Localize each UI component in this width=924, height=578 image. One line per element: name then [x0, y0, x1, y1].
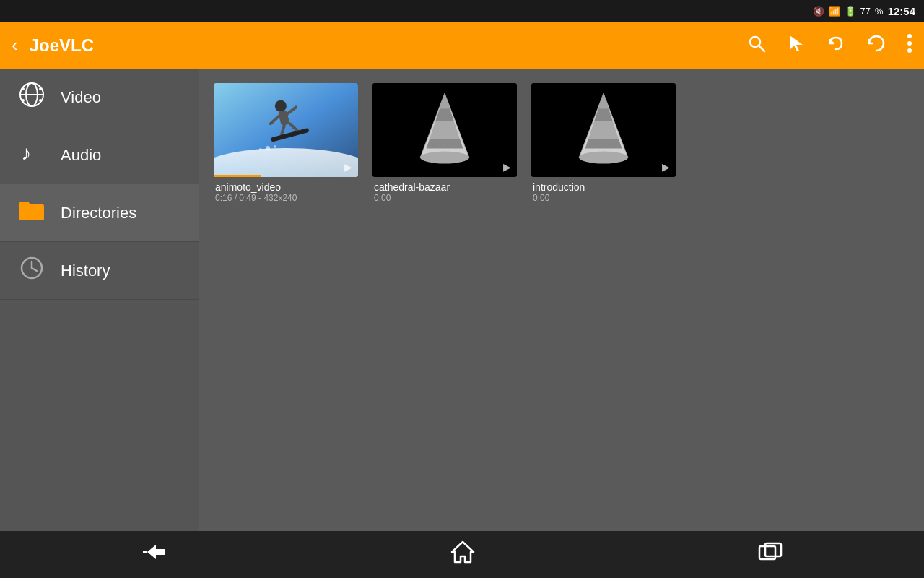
thumbnail-animoto[interactable]: ▶ — [214, 83, 358, 177]
media-meta-introduction: 0:00 — [533, 193, 674, 203]
svg-rect-42 — [759, 546, 775, 559]
nav-back-button[interactable] — [113, 535, 196, 574]
svg-line-1 — [759, 46, 765, 51]
svg-point-11 — [39, 87, 42, 90]
svg-point-9 — [22, 87, 25, 90]
sidebar-label-history: History — [61, 262, 110, 280]
top-bar-actions — [746, 33, 912, 58]
audio-icon: ♪ — [17, 140, 46, 171]
svg-line-16 — [32, 268, 37, 271]
svg-point-18 — [214, 148, 358, 177]
media-meta-cathedral: 0:00 — [374, 193, 515, 203]
svg-point-12 — [39, 99, 42, 102]
search-icon[interactable] — [746, 33, 767, 58]
battery-icon: 🔋 — [845, 6, 856, 17]
sidebar-item-directories[interactable]: Directories — [0, 184, 199, 242]
mute-icon: 🔇 — [813, 6, 824, 17]
clock: 12:54 — [888, 5, 915, 17]
status-icons: 🔇 📶 🔋 77% 12:54 — [813, 5, 915, 17]
content-area: ▶ animoto_video 0:16 / 0:49 - 432x240 — [199, 69, 924, 531]
app-title: JoeVLC — [30, 35, 738, 56]
svg-point-34 — [420, 152, 469, 164]
clock-icon — [17, 256, 46, 286]
play-indicator-animoto: ▶ — [344, 161, 352, 173]
svg-marker-38 — [585, 139, 622, 149]
sidebar: Video ♪ Audio Directories — [0, 69, 199, 531]
sidebar-item-audio[interactable]: ♪ Audio — [0, 126, 199, 184]
folder-icon — [17, 199, 46, 228]
media-title-cathedral: cathedral-bazaar — [374, 181, 515, 193]
sidebar-label-video: Video — [61, 88, 101, 107]
nav-home-button[interactable] — [422, 533, 504, 576]
svg-point-4 — [907, 41, 912, 46]
svg-marker-32 — [427, 139, 463, 149]
undo-icon[interactable] — [826, 33, 846, 58]
sidebar-label-directories: Directories — [61, 204, 136, 223]
svg-point-10 — [22, 99, 25, 102]
play-indicator-cathedral: ▶ — [503, 161, 511, 173]
media-title-animoto: animoto_video — [215, 181, 357, 193]
thumbnail-introduction[interactable]: ▶ — [531, 83, 676, 177]
media-info-animoto: animoto_video 0:16 / 0:49 - 432x240 — [214, 177, 358, 207]
svg-marker-39 — [598, 93, 609, 108]
sidebar-label-audio: Audio — [61, 146, 101, 165]
wifi-icon: 📶 — [829, 6, 840, 17]
nav-recents-button[interactable] — [729, 535, 811, 574]
svg-point-3 — [907, 34, 912, 38]
svg-point-28 — [259, 148, 262, 151]
thumbnail-cathedral[interactable]: ▶ — [372, 83, 517, 177]
svg-point-26 — [266, 146, 270, 150]
svg-point-5 — [907, 48, 912, 53]
media-grid: ▶ animoto_video 0:16 / 0:49 - 432x240 — [214, 83, 910, 207]
cursor-icon[interactable] — [787, 34, 806, 57]
play-indicator-introduction: ▶ — [662, 161, 670, 173]
svg-marker-33 — [440, 93, 450, 108]
sidebar-item-history[interactable]: History — [0, 242, 199, 300]
top-bar: ‹ JoeVLC — [0, 22, 924, 69]
refresh-icon[interactable] — [866, 33, 886, 58]
back-button[interactable]: ‹ — [12, 34, 18, 56]
media-title-introduction: introduction — [533, 181, 674, 193]
battery-percent: 77 — [860, 6, 871, 17]
bottom-nav — [0, 531, 924, 578]
progress-bar-animoto — [214, 175, 261, 177]
svg-text:♪: ♪ — [21, 142, 31, 164]
more-icon[interactable] — [907, 33, 912, 58]
video-icon — [17, 82, 46, 113]
svg-point-27 — [274, 145, 276, 148]
svg-rect-43 — [765, 543, 781, 556]
svg-marker-41 — [452, 542, 474, 562]
media-meta-animoto: 0:16 / 0:49 - 432x240 — [215, 193, 357, 203]
media-info-introduction: introduction 0:00 — [531, 177, 676, 207]
media-item-introduction[interactable]: ▶ introduction 0:00 — [531, 83, 676, 207]
svg-point-40 — [579, 152, 628, 164]
svg-marker-2 — [790, 35, 803, 51]
media-item-cathedral[interactable]: ▶ cathedral-bazaar 0:00 — [372, 83, 517, 207]
media-info-cathedral: cathedral-bazaar 0:00 — [372, 177, 517, 207]
status-bar: 🔇 📶 🔋 77% 12:54 — [0, 0, 924, 22]
sidebar-item-video[interactable]: Video — [0, 69, 199, 126]
main-area: Video ♪ Audio Directories — [0, 69, 924, 531]
media-item-animoto[interactable]: ▶ animoto_video 0:16 / 0:49 - 432x240 — [214, 83, 358, 207]
